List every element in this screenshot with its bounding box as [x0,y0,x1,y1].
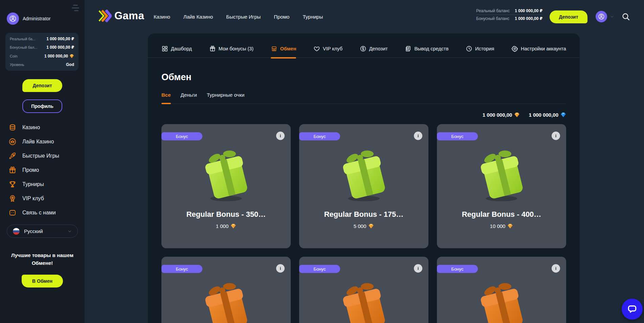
gift-icon [209,45,216,52]
tab-my-bonuses[interactable]: Мои бонусы (3) [209,40,253,58]
info-icon[interactable]: i [552,264,560,273]
bonus-price: 1 000 [161,223,291,229]
sidebar-item-label: Казино [22,124,40,131]
chat-bubble-icon [627,304,638,315]
russian-flag-icon [13,228,20,235]
bonus-card[interactable]: Бонусi [299,257,428,323]
top-nav-link[interactable]: Казино [154,14,170,20]
balance-value: God [66,62,74,67]
info-icon[interactable]: i [414,264,422,273]
bonus-cards-grid: БонусiRegular Bonus - 350…1 000БонусiReg… [161,124,566,323]
balance-label: Реальный ба... [10,37,36,41]
bonus-badge: Бонус [161,265,202,273]
balance-row: УровеньGod [10,62,74,67]
menu-toggle-icon[interactable] [71,4,80,12]
orange-gem-icon [368,223,374,229]
user-avatar [7,13,19,25]
gear-icon [511,45,518,52]
balance-row: Бонусный бал...1 000 000,00 ₽ [10,45,74,50]
account-panel: ДашбордМои бонусы (3)ОбменVIP клубДепози… [148,33,580,323]
sidebar-item-tournaments[interactable]: Турниры [0,177,85,191]
deposit-button[interactable]: Депозит [22,79,62,92]
language-selector[interactable]: Русский [7,225,78,238]
filter-money[interactable]: Деньги [181,92,197,103]
tab-dashboard[interactable]: Дашборд [161,40,192,58]
chat-widget-button[interactable] [622,299,643,320]
sidebar-item-promo[interactable]: Промо [0,163,85,177]
sidebar-item-label: Связь с нами [22,210,56,216]
sidebar-item-live-casino[interactable]: Лайв Казино [0,135,85,149]
top-nav-link[interactable]: Турниры [303,14,323,20]
bonus-balance-value: 1 000 000,00 ₽ [515,16,542,21]
coin-balance: 1 000 000,00 [483,112,520,118]
bonus-card[interactable]: БонусiRegular Bonus - 175…5 000 [299,124,428,248]
tab-vip-club[interactable]: VIP клуб [313,40,342,58]
profile-button[interactable]: Профиль [22,99,62,113]
sidebar-item-fast-games[interactable]: Быстрые Игры [0,149,85,163]
tab-account-settings[interactable]: Настройки аккаунта [511,40,566,58]
info-icon[interactable]: i [414,132,422,140]
gama-logo[interactable]: Gama [97,9,144,22]
filter-all[interactable]: Все [161,92,171,103]
balance-card: Реальный ба...1 000 000,00 ₽Бонусный бал… [5,33,79,71]
filter-tournament-points[interactable]: Турнирные очки [207,92,244,103]
bonus-title: Regular Bonus - 175… [299,210,428,219]
sidebar-item-casino[interactable]: Казино [0,120,85,135]
bonus-card[interactable]: Бонусi [161,257,291,323]
tab-label: VIP клуб [323,46,342,51]
info-icon[interactable]: i [552,132,560,140]
tab-deposit[interactable]: Депозит [360,40,388,58]
sidebar-menu: КазиноЛайв КазиноБыстрые ИгрыПромоТурнир… [0,120,85,220]
bonus-title: Regular Bonus - 400… [437,210,566,219]
user-row: Administrator [7,13,50,25]
top-nav-link[interactable]: Быстрые Игры [226,14,261,20]
top-nav-link[interactable]: Промо [274,14,289,20]
bonus-card[interactable]: Бонусi [437,257,566,323]
exchange-balances: 1 000 000,00 1 000 000,00 [161,112,566,118]
info-icon[interactable]: i [276,264,285,273]
search-icon[interactable] [622,13,630,21]
balance-value: 1 000 000,00 ₽ [46,45,74,50]
chevron-down-icon [67,229,72,234]
sidebar-item-contact-us[interactable]: Связь с нами [0,206,85,220]
bonus-card[interactable]: БонусiRegular Bonus - 350…1 000 [161,124,291,248]
gift-box-image [471,276,532,323]
tab-exchange[interactable]: Обмен [271,40,296,58]
sidebar-item-vip-club[interactable]: VIP клуб [0,191,85,206]
logo-text: Gama [114,10,144,22]
balance-value: 1 000 000,00 [44,54,74,59]
user-name: Administrator [23,16,50,21]
promo-text: Лучшие товары в нашем Обмене! [0,251,85,267]
vip-badge-icon [8,194,17,203]
bonus-badge: Бонус [437,265,478,273]
go-to-exchange-button[interactable]: В Обмен [22,275,63,287]
gift-box-image [333,144,394,205]
top-nav-link[interactable]: Лайв Казино [183,14,213,20]
coins-icon [8,123,17,132]
history-clock-icon [466,45,472,52]
real-balance-value: 1 000 000,00 ₽ [515,8,542,13]
sidebar-item-label: Быстрые Игры [22,153,59,159]
sidebar-item-label: Промо [22,167,39,173]
chevron-down-icon[interactable] [610,15,614,19]
page-title: Обмен [161,72,566,83]
tab-history[interactable]: История [466,40,494,58]
header-deposit-button[interactable]: Депозит [550,10,587,23]
user-icon [598,13,605,20]
grid-icon [161,45,168,52]
bonus-badge: Бонус [299,132,340,140]
orange-gem-icon [69,54,74,59]
bonus-title: Regular Bonus - 350… [161,210,291,219]
info-icon[interactable]: i [276,132,285,140]
tab-withdraw[interactable]: Вывод средств [405,40,448,58]
orange-gem-icon [230,223,236,229]
orange-gem-icon [514,112,520,118]
bonus-card[interactable]: БонусiRegular Bonus - 400…10 000 [437,124,566,248]
sidebar-item-label: VIP клуб [22,195,44,202]
tab-label: Вывод средств [414,46,448,51]
top-nav: КазиноЛайв КазиноБыстрые ИгрыПромоТурнир… [154,0,323,33]
balance-row: Реальный ба...1 000 000,00 ₽ [10,37,74,41]
dollar-circle-icon [360,45,367,52]
bonus-balance-label: Бонусный баланс [476,16,509,21]
account-avatar-button[interactable] [596,11,607,22]
